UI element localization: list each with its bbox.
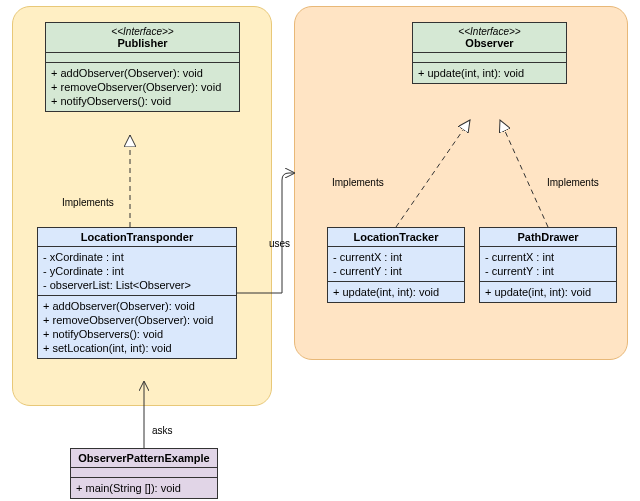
stereotype: <<Interface>> bbox=[417, 26, 562, 37]
methods-section: + update(int, int): void bbox=[480, 282, 616, 302]
label-implements: Implements bbox=[62, 197, 114, 208]
class-name: LocationTransponder bbox=[38, 228, 236, 247]
attrs-section: - currentX : int - currentY : int bbox=[328, 247, 464, 282]
method: + update(int, int): void bbox=[418, 66, 561, 80]
attrs-section bbox=[46, 53, 239, 63]
label-implements: Implements bbox=[332, 177, 384, 188]
class-location-transponder: LocationTransponder - xCordinate : int -… bbox=[37, 227, 237, 359]
method: + update(int, int): void bbox=[485, 285, 611, 299]
attr: - xCordinate : int bbox=[43, 250, 231, 264]
attrs-section bbox=[71, 468, 217, 478]
method: + setLocation(int, int): void bbox=[43, 341, 231, 355]
attr: - currentY : int bbox=[333, 264, 459, 278]
method: + main(String []): void bbox=[76, 481, 212, 495]
attr: - yCordinate : int bbox=[43, 264, 231, 278]
method: + removeObserver(Observer): void bbox=[51, 80, 234, 94]
attr: - currentX : int bbox=[333, 250, 459, 264]
stereotype: <<Interface>> bbox=[50, 26, 235, 37]
methods-section: + update(int, int): void bbox=[328, 282, 464, 302]
method: + update(int, int): void bbox=[333, 285, 459, 299]
methods-section: + update(int, int): void bbox=[413, 63, 566, 83]
label-uses: uses bbox=[269, 238, 290, 249]
label-asks: asks bbox=[152, 425, 173, 436]
attrs-section: - xCordinate : int - yCordinate : int - … bbox=[38, 247, 236, 296]
class-name: ObserverPatternExample bbox=[71, 449, 217, 468]
methods-section: + main(String []): void bbox=[71, 478, 217, 498]
class-location-tracker: LocationTracker - currentX : int - curre… bbox=[327, 227, 465, 303]
class-name: Observer bbox=[465, 37, 513, 49]
class-name: PathDrawer bbox=[480, 228, 616, 247]
methods-section: + addObserver(Observer): void + removeOb… bbox=[38, 296, 236, 358]
method: + addObserver(Observer): void bbox=[43, 299, 231, 313]
method: + notifyObservers(): void bbox=[51, 94, 234, 108]
class-observer-header: <<Interface>> Observer bbox=[413, 23, 566, 53]
class-observer: <<Interface>> Observer + update(int, int… bbox=[412, 22, 567, 84]
class-publisher-header: <<Interface>> Publisher bbox=[46, 23, 239, 53]
attr: - currentY : int bbox=[485, 264, 611, 278]
method: + addObserver(Observer): void bbox=[51, 66, 234, 80]
attr: - currentX : int bbox=[485, 250, 611, 264]
attrs-section bbox=[413, 53, 566, 63]
class-name: LocationTracker bbox=[328, 228, 464, 247]
class-path-drawer: PathDrawer - currentX : int - currentY :… bbox=[479, 227, 617, 303]
label-implements: Implements bbox=[547, 177, 599, 188]
class-publisher: <<Interface>> Publisher + addObserver(Ob… bbox=[45, 22, 240, 112]
method: + notifyObservers(): void bbox=[43, 327, 231, 341]
class-name: Publisher bbox=[117, 37, 167, 49]
method: + removeObserver(Observer): void bbox=[43, 313, 231, 327]
attrs-section: - currentX : int - currentY : int bbox=[480, 247, 616, 282]
attr: - observerList: List<Observer> bbox=[43, 278, 231, 292]
methods-section: + addObserver(Observer): void + removeOb… bbox=[46, 63, 239, 111]
class-observer-pattern-example: ObserverPatternExample + main(String [])… bbox=[70, 448, 218, 499]
